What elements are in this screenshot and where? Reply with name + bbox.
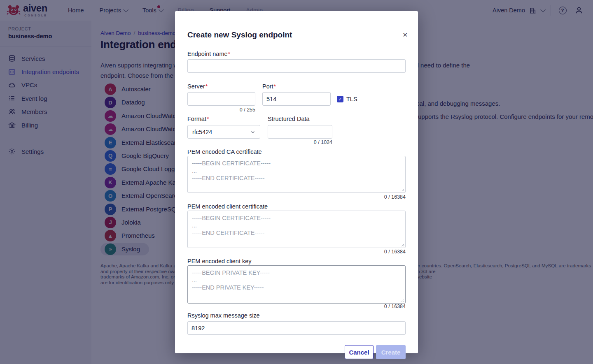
server-label: Server: [187, 83, 208, 90]
client-key-counter: 0 / 16384: [187, 304, 406, 309]
max-message-size-label: Rsyslog max message size: [187, 312, 260, 319]
endpoint-name-input[interactable]: [187, 59, 406, 73]
ca-certificate-label: PEM encoded CA certificate: [187, 148, 262, 155]
client-key-label: PEM encoded client key: [187, 258, 252, 264]
modal-title: Create new Syslog endpoint: [187, 30, 292, 39]
endpoint-name-label: Endpoint name: [187, 51, 230, 57]
structured-data-counter: 0 / 1024: [268, 139, 332, 145]
port-label: Port: [262, 83, 276, 90]
format-label: Format: [187, 116, 209, 122]
cancel-button[interactable]: Cancel: [345, 345, 374, 359]
ca-certificate-counter: 0 / 16384: [187, 194, 406, 200]
tls-checkbox[interactable]: [337, 96, 343, 102]
chevron-down-icon: [250, 130, 255, 134]
client-certificate-textarea[interactable]: -----BEGIN CERTIFICATE----- ... -----END…: [187, 211, 406, 248]
format-select[interactable]: rfc5424: [187, 125, 260, 139]
resize-grip-icon[interactable]: [401, 299, 404, 302]
tls-label: TLS: [346, 96, 357, 102]
client-certificate-counter: 0 / 16384: [187, 249, 406, 255]
server-input[interactable]: [187, 92, 255, 106]
server-counter: 0 / 255: [187, 107, 255, 113]
ca-certificate-textarea[interactable]: -----BEGIN CERTIFICATE----- ... -----END…: [187, 156, 406, 193]
format-value: rfc5424: [192, 129, 212, 135]
resize-grip-icon[interactable]: [401, 243, 404, 247]
max-message-size-input[interactable]: [187, 321, 406, 335]
create-button[interactable]: Create: [376, 345, 406, 359]
close-icon[interactable]: ✕: [402, 32, 408, 38]
structured-data-input[interactable]: [268, 125, 332, 139]
structured-data-label: Structured Data: [268, 116, 310, 122]
create-syslog-endpoint-modal: Create new Syslog endpoint ✕ Endpoint na…: [175, 11, 418, 353]
port-input[interactable]: [262, 92, 331, 106]
client-certificate-label: PEM encoded client certificate: [187, 203, 268, 210]
client-key-textarea[interactable]: -----BEGIN PRIVATE KEY----- ... -----END…: [187, 265, 406, 304]
resize-grip-icon[interactable]: [401, 188, 404, 192]
